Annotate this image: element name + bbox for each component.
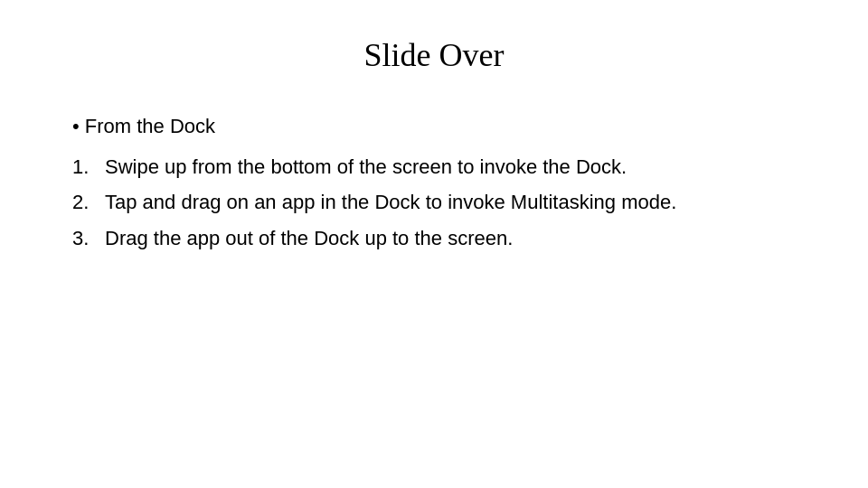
list-item: 2. Tap and drag on an app in the Dock to… <box>72 186 832 218</box>
list-item-text-1: Swipe up from the bottom of the screen t… <box>105 151 627 183</box>
list-item-number-3: 3. <box>72 222 105 254</box>
bullet-from-dock: • From the Dock <box>72 110 832 142</box>
list-item-text-3: Drag the app out of the Dock up to the s… <box>105 222 513 254</box>
list-item: 3. Drag the app out of the Dock up to th… <box>72 222 832 254</box>
slide-content: • From the Dock 1. Swipe up from the bot… <box>72 110 832 258</box>
list-item-text-2: Tap and drag on an app in the Dock to in… <box>105 186 676 218</box>
bullet-section: • From the Dock <box>72 110 832 142</box>
list-item: 1. Swipe up from the bottom of the scree… <box>72 151 832 183</box>
slide-title: Slide Over <box>364 36 505 74</box>
numbered-list: 1. Swipe up from the bottom of the scree… <box>72 151 832 254</box>
bullet-from-dock-text: • From the Dock <box>72 110 215 142</box>
slide: Slide Over • From the Dock 1. Swipe up f… <box>0 0 868 488</box>
list-item-number-1: 1. <box>72 151 105 183</box>
list-item-number-2: 2. <box>72 186 105 218</box>
